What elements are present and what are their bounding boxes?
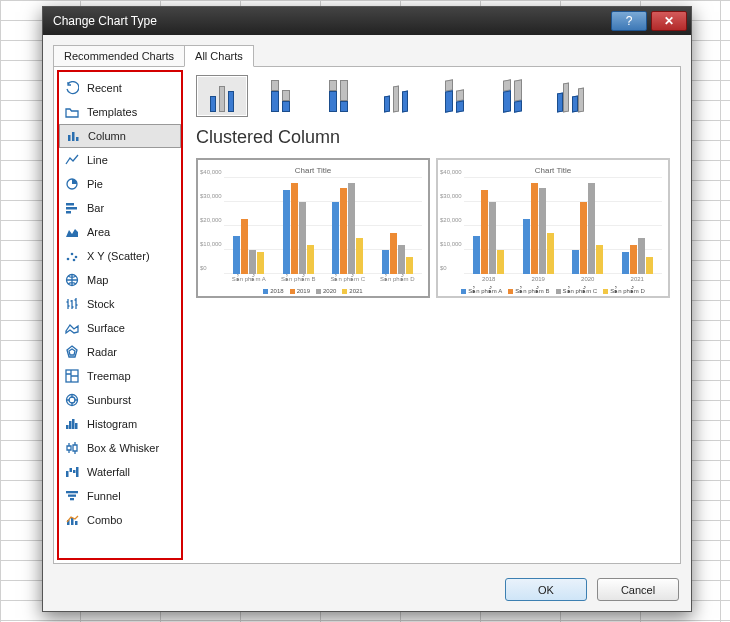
cancel-button[interactable]: Cancel: [597, 578, 679, 601]
y-tick: $0: [200, 265, 207, 271]
y-tick: $20,000: [440, 217, 462, 223]
svg-point-9: [75, 256, 78, 259]
scatter-icon: [65, 249, 79, 263]
combo-icon: [65, 513, 79, 527]
close-button[interactable]: ✕: [651, 11, 687, 31]
chart-legend: Sản phẩm ASản phẩm BSản phẩm CSản phẩm D: [438, 287, 668, 294]
subtype-3d-column[interactable]: [544, 75, 596, 117]
help-icon: ?: [626, 14, 633, 28]
sidebar-item-label: Bar: [87, 202, 104, 214]
column-subtype-row: [196, 75, 670, 117]
histogram-icon: [65, 417, 79, 431]
svg-rect-22: [76, 467, 79, 477]
sunburst-icon: [65, 393, 79, 407]
treemap-icon: [65, 369, 79, 383]
sidebar-item-label: Treemap: [87, 370, 131, 382]
chart-legend: 2018201920202021: [198, 288, 428, 294]
svg-rect-27: [71, 518, 74, 525]
sidebar-item-label: Line: [87, 154, 108, 166]
sidebar-item-sunburst[interactable]: Sunburst: [59, 388, 181, 412]
sidebar-item-funnel[interactable]: Funnel: [59, 484, 181, 508]
radar-icon: [65, 345, 79, 359]
sidebar-item-label: Recent: [87, 82, 122, 94]
svg-rect-25: [70, 498, 74, 500]
sidebar-item-label: Histogram: [87, 418, 137, 430]
pie-icon: [65, 177, 79, 191]
funnel-icon: [65, 489, 79, 503]
surface-icon: [65, 321, 79, 335]
chart-category-list: RecentTemplatesColumnLinePieBarAreaX Y (…: [57, 70, 183, 560]
sidebar-item-label: Templates: [87, 106, 137, 118]
sidebar-item-recent[interactable]: Recent: [59, 76, 181, 100]
chart-preview-2[interactable]: Chart Title$0$10,000$20,000$30,000$40,00…: [436, 158, 670, 298]
y-tick: $10,000: [200, 241, 222, 247]
svg-point-14: [69, 397, 75, 403]
svg-point-7: [67, 258, 70, 261]
y-tick: $30,000: [440, 193, 462, 199]
sidebar-item-boxwhisker[interactable]: Box & Whisker: [59, 436, 181, 460]
titlebar: Change Chart Type ? ✕: [43, 7, 691, 35]
subtype-heading: Clustered Column: [196, 127, 670, 148]
sidebar-item-map[interactable]: Map: [59, 268, 181, 292]
sidebar-item-label: Surface: [87, 322, 125, 334]
sidebar-item-label: Sunburst: [87, 394, 131, 406]
subtype-100-stacked-column[interactable]: [312, 75, 364, 117]
ok-button[interactable]: OK: [505, 578, 587, 601]
x-tick: 2021: [613, 276, 663, 282]
folder-icon: [65, 105, 79, 119]
sidebar-item-stock[interactable]: Stock: [59, 292, 181, 316]
svg-rect-17: [72, 419, 75, 429]
sidebar-item-pie[interactable]: Pie: [59, 172, 181, 196]
sidebar-item-column[interactable]: Column: [59, 124, 181, 148]
waterfall-icon: [65, 465, 79, 479]
x-tick: 2018: [464, 276, 514, 282]
svg-rect-15: [66, 425, 69, 429]
sidebar-item-scatter[interactable]: X Y (Scatter): [59, 244, 181, 268]
sidebar-item-line[interactable]: Line: [59, 148, 181, 172]
sidebar-item-label: Pie: [87, 178, 103, 190]
sidebar-item-bar[interactable]: Bar: [59, 196, 181, 220]
chart-plot-area: $0$10,000$20,000$30,000$40,000: [224, 178, 422, 274]
tab-all-charts[interactable]: All Charts: [184, 45, 254, 67]
subtype-3d-clustered-column[interactable]: [370, 75, 422, 117]
svg-rect-16: [69, 421, 72, 429]
column-icon: [66, 129, 80, 143]
help-button[interactable]: ?: [611, 11, 647, 31]
sidebar-item-radar[interactable]: Radar: [59, 340, 181, 364]
svg-rect-5: [66, 207, 77, 210]
box-icon: [65, 441, 79, 455]
subtype-clustered-column[interactable]: [196, 75, 248, 117]
subtype-stacked-column[interactable]: [254, 75, 306, 117]
sidebar-item-histogram[interactable]: Histogram: [59, 412, 181, 436]
svg-rect-24: [68, 495, 76, 497]
sidebar-item-label: Radar: [87, 346, 117, 358]
subtype-3d-100-stacked-column[interactable]: [486, 75, 538, 117]
tab-recommended[interactable]: Recommended Charts: [53, 45, 185, 67]
sidebar-item-treemap[interactable]: Treemap: [59, 364, 181, 388]
chart-plot-area: $0$10,000$20,000$30,000$40,000: [464, 178, 662, 274]
svg-rect-0: [68, 135, 71, 141]
sidebar-item-combo[interactable]: Combo: [59, 508, 181, 532]
sidebar-item-waterfall[interactable]: Waterfall: [59, 460, 181, 484]
subtype-3d-stacked-column[interactable]: [428, 75, 480, 117]
y-tick: $0: [440, 265, 447, 271]
svg-rect-18: [75, 423, 78, 429]
x-tick: Sản phẩm A: [224, 275, 274, 282]
sidebar-item-label: Map: [87, 274, 108, 286]
dialog-title: Change Chart Type: [53, 14, 611, 28]
chart-preview-1[interactable]: Chart Title$0$10,000$20,000$30,000$40,00…: [196, 158, 430, 298]
svg-rect-21: [73, 470, 76, 473]
sidebar-item-label: Waterfall: [87, 466, 130, 478]
svg-rect-6: [66, 211, 71, 214]
sidebar-item-templates[interactable]: Templates: [59, 100, 181, 124]
y-tick: $40,000: [200, 169, 222, 175]
bar-icon: [65, 201, 79, 215]
svg-point-10: [73, 259, 76, 262]
map-icon: [65, 273, 79, 287]
y-tick: $20,000: [200, 217, 222, 223]
stock-icon: [65, 297, 79, 311]
svg-rect-28: [75, 521, 78, 525]
sidebar-item-area[interactable]: Area: [59, 220, 181, 244]
x-tick: 2020: [563, 276, 613, 282]
sidebar-item-surface[interactable]: Surface: [59, 316, 181, 340]
